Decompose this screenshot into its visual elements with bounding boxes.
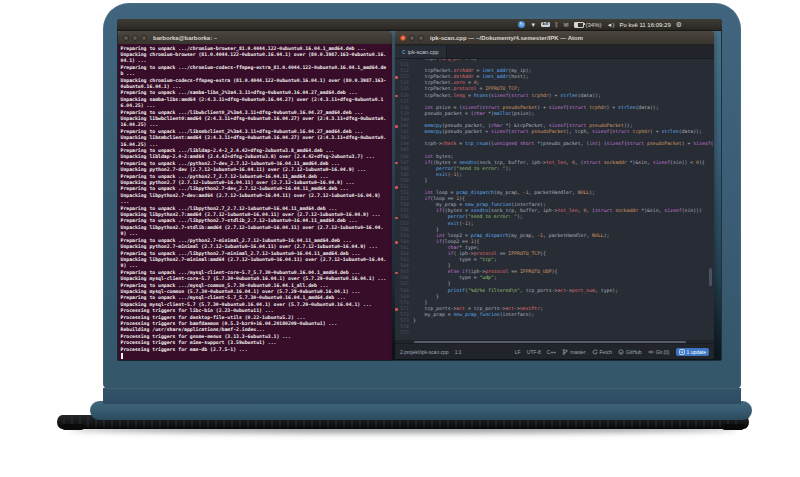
top-panel: ↻▼Enᛒ✉(34%)◄) Po kvě 11 16:09:29 ⚙ <box>117 19 722 31</box>
mail-icon[interactable]: ✉ <box>563 22 568 28</box>
terminal-line: Unpacking libpython2.7-dev:amd64 (2.7.12… <box>121 193 387 206</box>
box-icon <box>679 349 685 355</box>
terminal-line: Preparing to unpack .../libpython2.7-dev… <box>121 186 387 192</box>
git-icon <box>648 349 654 355</box>
lint-error-icon <box>395 272 398 275</box>
terminal-line: Unpacking samba-libs:amd64 (2:4.3.11+dfs… <box>121 97 387 110</box>
session-gear-icon[interactable]: ⚙ <box>676 21 682 29</box>
lint-error-icon <box>395 186 398 189</box>
horizontal-scrollbar[interactable] <box>395 340 714 343</box>
encoding[interactable]: UTF-8 <box>527 349 541 355</box>
laptop-foot-left <box>62 424 84 430</box>
volume-icon[interactable]: ◄) <box>607 22 615 28</box>
sync-icon <box>592 349 598 355</box>
branch-icon <box>562 349 568 355</box>
code-text: printf("%d/%s filtered\n", tcp_ports->ac… <box>413 288 618 294</box>
github-icon <box>618 349 624 355</box>
minimize-icon[interactable] <box>409 35 415 41</box>
keyboard-layout-indicator[interactable]: En <box>541 22 550 28</box>
github[interactable]: GitHub <box>618 349 642 355</box>
terminal-line: Unpacking libpython2.7-stdlib:amd64 (2.7… <box>121 225 387 238</box>
battery-icon <box>574 22 584 28</box>
code-text: tcph->check = tcp_csum((unsigned short *… <box>413 141 714 147</box>
network-icon[interactable]: ▼ <box>530 22 536 28</box>
terminal-title: barborka@barborka: ~ <box>153 35 217 41</box>
lint-error-icon <box>395 217 398 220</box>
clock[interactable]: Po kvě 11 16:09:29 <box>619 22 670 28</box>
terminal-line: Unpacking libwbclient0:amd64 (2:4.3.11+d… <box>121 116 387 129</box>
maximize-icon[interactable] <box>141 35 147 41</box>
terminal-line: Preparing to unpack .../chromium-codecs-… <box>121 65 387 78</box>
laptop-foot-right <box>722 424 744 430</box>
terminal-line: Unpacking libpython2.7-minimal:amd64 (2.… <box>121 257 387 270</box>
terminal-line: Unpacking libldap-2.4-2:amd64 (2.4.42+df… <box>121 154 387 160</box>
terminal-titlebar[interactable]: barborka@barborka: ~ <box>118 31 392 45</box>
minimize-icon[interactable] <box>132 35 138 41</box>
code-text: pseudo_packet = (char *)malloc(psize); <box>413 111 534 117</box>
laptop-mockup: ↻▼Enᛒ✉(34%)◄) Po kvě 11 16:09:29 ⚙ barbo… <box>0 0 800 477</box>
cpp-file-icon: C <box>402 49 406 55</box>
atom-window: ipk-scan.cpp — ~/Dokumenty/4.semester/IP… <box>395 31 714 356</box>
line-ending[interactable]: LF <box>515 349 521 355</box>
code-text: tcph->urg_ptr = 0; <box>413 59 477 62</box>
file-path[interactable]: 2.projekt/ipk-scan.cpp <box>400 349 449 355</box>
code-text: memcpy(pseudo_packet + sizeof(struct pse… <box>413 129 702 135</box>
status-bar: 2.projekt/ipk-scan.cpp1:1 LFUTF-8C++mast… <box>395 343 714 359</box>
code-line: 542 memcpy(pseudo_packet + sizeof(struct… <box>395 129 714 135</box>
update-indicator-icon[interactable]: ↻ <box>518 21 525 28</box>
line-number: 575 <box>395 330 413 336</box>
close-icon[interactable] <box>123 35 129 41</box>
terminal-line: Unpacking python2.7-dev (2.7.12-1ubuntu0… <box>121 167 387 173</box>
close-icon[interactable] <box>400 35 406 41</box>
terminal-line: Unpacking libsmbclient:amd64 (2:4.3.11+d… <box>121 135 387 148</box>
battery-percent: (34%) <box>586 22 602 28</box>
maximize-icon[interactable] <box>418 35 424 41</box>
lint-error-icon <box>395 308 398 311</box>
lint-error-icon <box>395 125 398 128</box>
terminal-line: Preparing to unpack .../samba-libs_2%3a4… <box>121 90 387 96</box>
terminal-line: Unpacking chromium-browser (81.0.4044.12… <box>121 52 387 65</box>
terminal-output[interactable]: Preparing to unpack .../chromium-browser… <box>118 44 392 360</box>
terminal-window: barborka@barborka: ~ Preparing to unpack… <box>118 31 392 360</box>
tab-ipk-scan[interactable]: C ipk-scan.cpp <box>395 46 447 58</box>
terminal-line: Preparing to unpack .../libpython2.7-std… <box>121 218 387 224</box>
terminal-cursor <box>121 353 124 359</box>
scrollbar-handle <box>414 341 686 343</box>
terminal-line: Unpacking chromium-codecs-ffmpeg-extra (… <box>121 78 387 91</box>
terminal-line: Unpacking python2.7-minimal (2.7.12-1ubu… <box>121 244 387 250</box>
code-text: my_pcap = new_pcap_funcion(interface); <box>413 312 534 318</box>
vertical-scrollbar[interactable] <box>709 268 712 286</box>
tab-label: ipk-scan.cpp <box>408 49 439 55</box>
code-editor[interactable]: 530 tcph->urg_ptr = 0;531532 tcpPacket.s… <box>395 59 714 340</box>
cursor-position[interactable]: 1:1 <box>455 349 462 355</box>
code-text: } <box>413 318 416 324</box>
code-line: 575 <box>395 330 714 336</box>
terminal-line: Unpacking mysql-client-core-5.7 (5.7.30-… <box>121 276 387 282</box>
lint-error-icon <box>395 76 398 79</box>
updates[interactable]: 1 update <box>676 348 709 356</box>
bluetooth-icon[interactable]: ᛒ <box>555 22 559 28</box>
fetch[interactable]: Fetch <box>592 349 613 355</box>
git-changes[interactable]: Git (0) <box>648 349 670 355</box>
atom-titlebar[interactable]: ipk-scan.cpp — ~/Dokumenty/4.semester/IP… <box>395 31 714 45</box>
ubuntu-desktop: ↻▼Enᛒ✉(34%)◄) Po kvě 11 16:09:29 ⚙ barbo… <box>117 19 722 361</box>
code-text: tcpPacket.leng = htons(sizeof(struct tcp… <box>413 93 601 99</box>
code-line: 544 tcph->check = tcp_csum((unsigned sho… <box>395 141 714 147</box>
atom-title: ipk-scan.cpp — ~/Dokumenty/4.semester/IP… <box>430 35 583 41</box>
terminal-line: Preparing to unpack .../libpython2.7-min… <box>121 251 387 257</box>
code-text: } <box>413 178 427 184</box>
grammar[interactable]: C++ <box>547 349 556 355</box>
lint-error-icon <box>395 95 398 98</box>
tab-bar: C ipk-scan.cpp <box>395 45 714 59</box>
lint-error-icon <box>395 162 398 165</box>
git-branch[interactable]: master <box>562 349 585 355</box>
lint-error-icon <box>395 241 398 244</box>
terminal-line: Preparing to unpack .../chromium-browser… <box>121 46 387 52</box>
battery-indicator[interactable]: (34%) <box>574 22 602 28</box>
laptop-hinge <box>103 388 741 404</box>
